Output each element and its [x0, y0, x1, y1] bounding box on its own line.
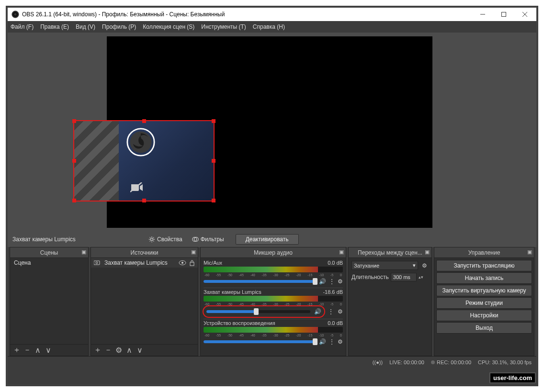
rec-dot-icon: [431, 360, 435, 364]
remove-scene-button[interactable]: －: [23, 346, 32, 355]
transition-settings-button[interactable]: ⚙: [420, 261, 429, 270]
source-down-button[interactable]: ∨: [135, 346, 145, 355]
cpu-status: CPU: 30.1%, 30.00 fps: [478, 359, 532, 365]
popout-icon[interactable]: ▣: [339, 249, 344, 255]
deactivate-button[interactable]: Деактивировать: [236, 234, 299, 245]
volume-slider[interactable]: [206, 310, 310, 313]
remove-source-button[interactable]: －: [103, 346, 113, 355]
camera-source-preview: [74, 121, 214, 201]
menu-file[interactable]: Файл (F): [11, 23, 34, 30]
scene-item[interactable]: Сцена: [10, 258, 88, 268]
control-button[interactable]: Режим студии: [436, 297, 532, 309]
selected-source-name: Захват камеры Lumpics: [12, 236, 142, 243]
minimize-button[interactable]: [472, 8, 493, 21]
volume-slider[interactable]: [204, 280, 315, 283]
menu-tools[interactable]: Инструменты (T): [201, 23, 246, 30]
channel-db: 0.0 dB: [328, 320, 343, 326]
audio-mixer-dock: Микшер аудио▣ Mic/Aux0.0 dB-60-55-50-45-…: [200, 247, 346, 356]
add-scene-button[interactable]: ＋: [12, 346, 22, 355]
gear-icon: [148, 236, 155, 243]
control-button[interactable]: Выход: [436, 322, 532, 334]
popout-icon[interactable]: ▣: [527, 249, 532, 255]
source-item[interactable]: Захват камеры Lumpics: [91, 258, 198, 268]
mixer-channel: Захват камеры Lumpics-18.6 dB-60-55-50-4…: [204, 288, 343, 316]
channel-db: -18.6 dB: [323, 289, 343, 295]
svg-rect-13: [94, 261, 100, 265]
docks-row: Сцены▣ Сцена ＋ － ∧ ∨ Источники▣ Захват к…: [8, 247, 536, 356]
source-settings-button[interactable]: ⚙: [114, 346, 124, 355]
svg-point-16: [181, 262, 183, 264]
control-button[interactable]: Запустить трансляцию: [436, 260, 532, 271]
popout-icon[interactable]: ▣: [425, 249, 430, 255]
sources-list[interactable]: Захват камеры Lumpics: [91, 258, 198, 344]
volume-slider[interactable]: [204, 340, 315, 343]
svg-point-10: [150, 238, 153, 240]
menu-view[interactable]: Вид (V): [76, 23, 95, 30]
filters-button[interactable]: Фильтры: [189, 235, 227, 244]
level-meter: [204, 327, 343, 333]
duration-label: Длительность: [351, 274, 389, 280]
mute-dots-icon[interactable]: ⋮: [329, 338, 335, 345]
lock-icon[interactable]: [189, 259, 195, 266]
watermark: user-life.com: [489, 372, 536, 383]
menu-bar: Файл (F) Правка (E) Вид (V) Профиль (P) …: [8, 21, 536, 33]
channel-gear-icon[interactable]: ⚙: [338, 308, 343, 315]
channel-name: Захват камеры Lumpics: [204, 289, 261, 295]
scene-up-button[interactable]: ∧: [33, 346, 43, 355]
obs-logo-icon: [126, 128, 155, 157]
channel-gear-icon[interactable]: ⚙: [338, 338, 343, 345]
speaker-icon[interactable]: 🔊: [319, 278, 326, 285]
filter-icon: [192, 236, 199, 243]
channel-db: 0.0 dB: [328, 260, 343, 266]
add-source-button[interactable]: ＋: [93, 346, 102, 355]
scenes-list[interactable]: Сцена: [10, 258, 88, 344]
source-selection-box[interactable]: [73, 120, 215, 202]
broadcast-indicator: ((●)): [373, 359, 383, 365]
menu-help[interactable]: Справка (H): [253, 23, 285, 30]
control-button[interactable]: Запустить виртуальную камеру: [436, 285, 532, 296]
mixer-body: Mic/Aux0.0 dB-60-55-50-45-40-35-30-25-20…: [201, 258, 346, 356]
svg-rect-17: [190, 262, 194, 266]
speaker-icon[interactable]: 🔊: [314, 308, 321, 315]
channel-gear-icon[interactable]: ⚙: [338, 278, 343, 285]
duration-input[interactable]: 300 ms: [391, 273, 417, 281]
live-status: LIVE: 00:00:00: [389, 359, 424, 365]
mute-dots-icon[interactable]: ⋮: [329, 278, 335, 285]
transition-select[interactable]: Затухание▾: [351, 261, 418, 270]
source-up-button[interactable]: ∧: [125, 346, 134, 355]
properties-button[interactable]: Свойства: [146, 235, 185, 244]
channel-name: Mic/Aux: [204, 260, 222, 266]
preview-area: [8, 33, 536, 232]
svg-point-14: [96, 262, 98, 264]
control-button[interactable]: Начать запись: [436, 272, 532, 284]
transitions-dock: Переходы между сцен...▣ Затухание▾ ⚙ Дли…: [348, 247, 432, 356]
menu-scene-collection[interactable]: Коллекция сцен (S): [143, 23, 194, 30]
controls-dock: Управление▣ Запустить трансляциюНачать з…: [434, 247, 534, 356]
control-button[interactable]: Настройки: [436, 310, 532, 321]
scene-down-button[interactable]: ∨: [44, 346, 53, 355]
obs-app: OBS 26.1.1 (64-bit, windows) - Профиль: …: [8, 8, 536, 384]
rec-status: REC: 00:00:00: [437, 359, 471, 365]
preview-canvas[interactable]: [107, 36, 432, 228]
mute-dots-icon[interactable]: ⋮: [328, 308, 334, 315]
camera-off-icon: [130, 182, 144, 193]
source-toolbar: Захват камеры Lumpics Свойства Фильтры Д…: [8, 232, 536, 247]
menu-edit[interactable]: Правка (E): [40, 23, 69, 30]
close-button[interactable]: [514, 8, 535, 21]
window-title: OBS 26.1.1 (64-bit, windows) - Профиль: …: [22, 11, 472, 18]
mixer-channel: Mic/Aux0.0 dB-60-55-50-45-40-35-30-25-20…: [204, 260, 343, 285]
mixer-channel: Устройство воспроизведения0.0 dB-60-55-5…: [204, 319, 343, 345]
obs-icon: [11, 11, 19, 18]
popout-icon[interactable]: ▣: [191, 249, 196, 255]
maximize-button[interactable]: [493, 8, 514, 21]
visibility-icon[interactable]: [179, 260, 186, 266]
svg-rect-4: [502, 12, 506, 17]
level-meter: [204, 267, 343, 272]
scenes-dock: Сцены▣ Сцена ＋ － ∧ ∨: [10, 247, 89, 356]
level-meter: [204, 296, 343, 302]
status-bar: ((●)) LIVE: 00:00:00 REC: 00:00:00 CPU: …: [8, 356, 536, 368]
menu-profile[interactable]: Профиль (P): [102, 23, 136, 30]
popout-icon[interactable]: ▣: [81, 249, 86, 255]
speaker-icon[interactable]: 🔊: [319, 338, 326, 345]
svg-point-2: [14, 13, 17, 16]
